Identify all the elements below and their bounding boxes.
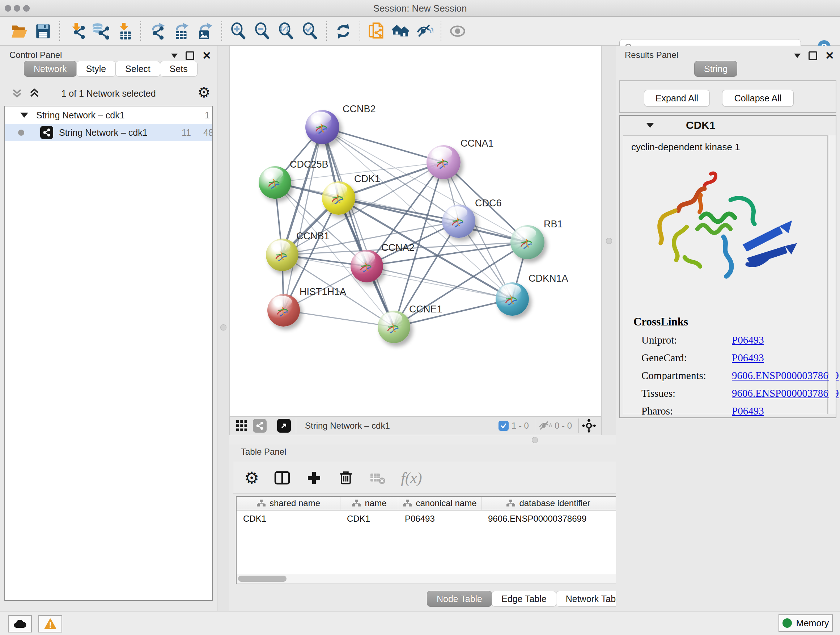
tab-edge-table[interactable]: Edge Table xyxy=(492,591,556,607)
crosslink-row: Tissues:9606.ENSP00000378699 xyxy=(633,387,839,399)
splitter-handle[interactable] xyxy=(606,238,612,244)
network-canvas[interactable]: CCNB2CCNA1CDC25BCDK1CDC6RB1CCNB1CCNA2CDK… xyxy=(229,46,602,416)
crosslink-link[interactable]: P06493 xyxy=(732,352,764,364)
create-column-icon[interactable] xyxy=(305,469,323,486)
network-node-HIST1H1A[interactable] xyxy=(267,294,300,326)
export-image-button[interactable] xyxy=(193,19,217,43)
tab-sets[interactable]: Sets xyxy=(160,61,197,77)
crosslink-label: GeneCard: xyxy=(633,352,732,364)
panel-menu-icon[interactable] xyxy=(171,54,178,58)
crosslink-link[interactable]: P06493 xyxy=(732,334,764,346)
network-view-mode-icon[interactable] xyxy=(253,419,267,432)
import-network-from-database-button[interactable] xyxy=(88,19,112,43)
cloud-button[interactable] xyxy=(8,615,32,632)
warnings-button[interactable] xyxy=(38,615,62,632)
show-graphics-details-button[interactable] xyxy=(446,19,470,43)
crosslink-link[interactable]: 9606.ENSP00000378699 xyxy=(732,387,839,399)
network-node-CCNA2[interactable] xyxy=(351,250,383,282)
detach-view-icon[interactable] xyxy=(277,419,291,432)
network-edge[interactable] xyxy=(284,310,394,327)
export-image-icon xyxy=(196,22,214,40)
network-options-gear-icon[interactable]: ⚙ xyxy=(197,84,210,101)
zoom-in-button[interactable] xyxy=(226,19,250,43)
network-node-CDKN1A[interactable] xyxy=(496,282,529,316)
collapse-entry-icon[interactable] xyxy=(646,123,654,128)
export-table-button[interactable] xyxy=(169,19,193,43)
column-header-name[interactable]: name xyxy=(340,497,398,510)
save-session-button[interactable] xyxy=(31,19,55,43)
network-edge[interactable] xyxy=(322,127,512,299)
tab-network[interactable]: Network xyxy=(24,61,77,77)
toolbar-separator xyxy=(360,21,360,41)
network-edge[interactable] xyxy=(322,127,444,162)
crosslink-row: Compartments:9606.ENSP00000378699 xyxy=(633,370,839,382)
grid-view-icon[interactable] xyxy=(235,420,248,432)
window-titlebar: Session: New Session xyxy=(0,0,840,17)
cloud-icon xyxy=(13,618,27,629)
splitter-handle[interactable] xyxy=(532,437,538,443)
collapse-all-button[interactable]: Collapse All xyxy=(722,90,794,106)
results-scrollbar[interactable] xyxy=(829,135,836,414)
crosslink-link[interactable]: P06493 xyxy=(732,405,764,417)
crosslink-link[interactable]: 9606.ENSP00000378699 xyxy=(732,370,839,382)
zoom-fit-content-button[interactable] xyxy=(274,19,298,43)
tab-select[interactable]: Select xyxy=(115,61,160,77)
network-node-CDK1[interactable] xyxy=(322,181,355,215)
delete-column-icon[interactable] xyxy=(337,469,355,486)
tree-collapse-icon[interactable] xyxy=(20,112,28,118)
table-cell: CDK1 xyxy=(340,514,398,524)
expand-all-button[interactable]: Expand All xyxy=(644,90,710,106)
results-panel: Results Panel ✕ String Expand All Collap… xyxy=(616,46,840,611)
panel-close-icon[interactable]: ✕ xyxy=(202,50,211,61)
import-table-icon xyxy=(115,22,133,40)
table-tabs: Node TableEdge TableNetwork Table xyxy=(427,591,632,607)
network-node-CCNE1[interactable] xyxy=(378,310,410,343)
panel-float-icon[interactable] xyxy=(186,51,194,60)
zoom-in-icon xyxy=(229,22,248,40)
network-view-title: String Network – cdk1 xyxy=(305,421,390,431)
open-session-button[interactable] xyxy=(7,19,31,43)
tab-node-table[interactable]: Node Table xyxy=(427,591,492,607)
panel-close-icon[interactable]: ✕ xyxy=(825,50,834,61)
status-bar: Memory xyxy=(0,611,840,635)
zoom-selected-button[interactable] xyxy=(298,19,322,43)
memory-button[interactable]: Memory xyxy=(778,614,833,632)
tab-string[interactable]: String xyxy=(694,61,737,77)
import-network-button[interactable] xyxy=(65,19,88,43)
network-node-CDC6[interactable] xyxy=(442,204,475,238)
scrollbar-thumb[interactable] xyxy=(238,576,286,582)
network-node-CCNA1[interactable] xyxy=(426,145,461,179)
birds-eye-view-icon[interactable] xyxy=(582,418,596,433)
network-node-CCNB2[interactable] xyxy=(305,110,339,144)
panel-menu-icon[interactable] xyxy=(794,54,801,58)
splitter-handle[interactable] xyxy=(220,325,226,331)
network-edge[interactable] xyxy=(367,266,512,299)
export-network-button[interactable] xyxy=(145,19,169,43)
table-options-gear-icon[interactable]: ⚙ xyxy=(244,470,259,486)
network-collection-row[interactable]: String Network – cdk1 1 xyxy=(5,106,212,124)
import-table-button[interactable] xyxy=(112,19,136,43)
first-neighbors-icon xyxy=(392,22,409,40)
network-node-RB1[interactable] xyxy=(510,225,545,259)
network-node-CCNB1[interactable] xyxy=(266,239,298,271)
tab-style[interactable]: Style xyxy=(76,61,116,77)
zoom-out-button[interactable] xyxy=(250,19,274,43)
edge-count: 48 xyxy=(203,127,213,138)
network-row[interactable]: String Network – cdk1 11 48 xyxy=(5,124,212,141)
column-header-shared-name[interactable]: shared name xyxy=(237,497,340,510)
network-node-CDC25B[interactable] xyxy=(259,166,291,199)
duplicate-network-button[interactable] xyxy=(365,19,388,43)
result-entry-header[interactable]: CDK1 xyxy=(620,116,836,135)
column-header-database-identifier[interactable]: database identifier xyxy=(482,497,615,510)
panel-float-icon[interactable] xyxy=(808,51,817,60)
splitter-left[interactable] xyxy=(218,46,229,611)
selected-nodes-checkbox-icon[interactable] xyxy=(499,421,508,431)
first-neighbors-button[interactable] xyxy=(388,19,412,43)
crosslink-label: Uniprot: xyxy=(633,334,732,346)
network-selection-summary: 1 of 1 Network selected xyxy=(0,88,217,99)
column-header-canonical-name[interactable]: canonical name xyxy=(398,497,482,510)
hide-selected-button[interactable] xyxy=(412,19,436,43)
hidden-elements-icon xyxy=(537,418,552,433)
refresh-button[interactable] xyxy=(332,19,355,43)
show-columns-icon[interactable] xyxy=(273,469,291,486)
